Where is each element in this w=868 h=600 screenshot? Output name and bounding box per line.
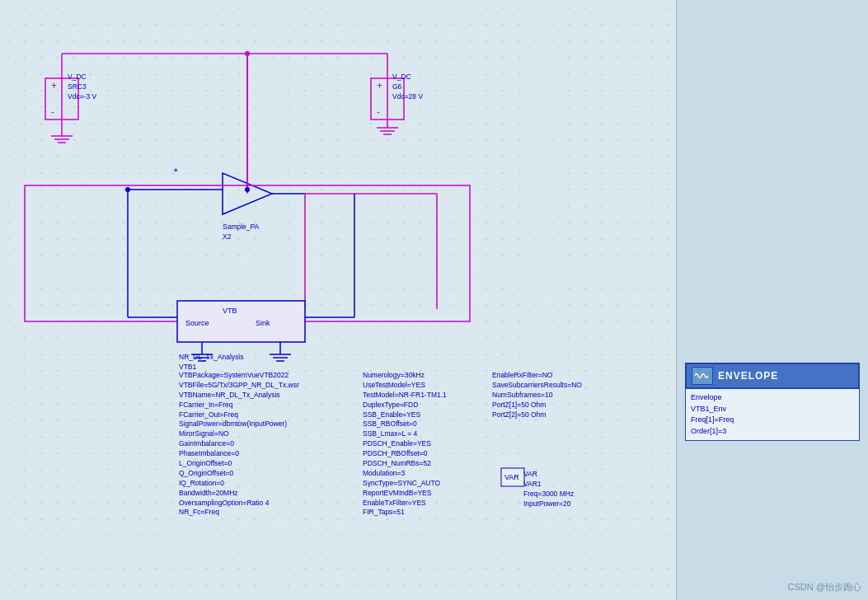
sample-pa-label: Sample_PA X2: [223, 223, 259, 242]
envelope-param2: Order[1]=3: [691, 426, 854, 438]
schematic-canvas: + - + -: [0, 0, 676, 600]
svg-text:VAR: VAR: [504, 473, 519, 481]
svg-point-45: [245, 187, 250, 192]
schematic-svg: + - + -: [0, 0, 676, 600]
envelope-title: ENVELOPE: [718, 370, 778, 382]
envelope-instance: VTB1_Env: [691, 404, 854, 415]
envelope-details: Envelope VTB1_Env Freq[1]=Freq Order[1]=…: [685, 389, 860, 441]
nr-dl-title: NR_DL_Tx_Analysis VTB1: [179, 353, 243, 373]
vdc-src3-label: V_DC SRC3 Vdc=-3 V: [68, 73, 96, 102]
svg-point-44: [125, 187, 130, 192]
svg-text:-: -: [51, 106, 54, 118]
svg-point-24: [245, 51, 250, 56]
svg-text:Source: Source: [185, 319, 209, 327]
envelope-param1: Freq[1]=Freq: [691, 415, 854, 426]
nr-dl-params1: VTBPackage=SystemVueVTB2022 VTBFile=5G/T…: [179, 371, 299, 518]
envelope-icon: [692, 367, 713, 385]
svg-text:Sink: Sink: [256, 319, 270, 327]
envelope-header[interactable]: ENVELOPE: [685, 363, 860, 389]
svg-text:VTB: VTB: [223, 307, 237, 315]
nr-dl-params2: Numerology=30kHz UseTestModel=YES TestMo…: [363, 371, 447, 518]
watermark: CSDN @怡步跑心: [788, 581, 861, 593]
envelope-detail-label: Envelope: [691, 392, 854, 404]
var1-label: VAR VAR1 Freq=3000 MHz InputPower=20: [523, 470, 574, 509]
svg-text:+: +: [377, 80, 382, 91]
nr-dl-params3: EnableRxFilter=NO SaveSubcarriersResults…: [492, 371, 582, 420]
envelope-block: ENVELOPE Envelope VTB1_Env Freq[1]=Freq …: [685, 363, 860, 441]
svg-rect-49: [693, 368, 711, 383]
svg-text:+: +: [173, 165, 178, 175]
right-panel: ENVELOPE Envelope VTB1_Env Freq[1]=Freq …: [676, 0, 868, 600]
vdc-g6-label: V_DC G6 Vdc=28 V: [392, 73, 423, 102]
svg-text:-: -: [377, 106, 380, 118]
svg-text:+: +: [51, 80, 57, 91]
